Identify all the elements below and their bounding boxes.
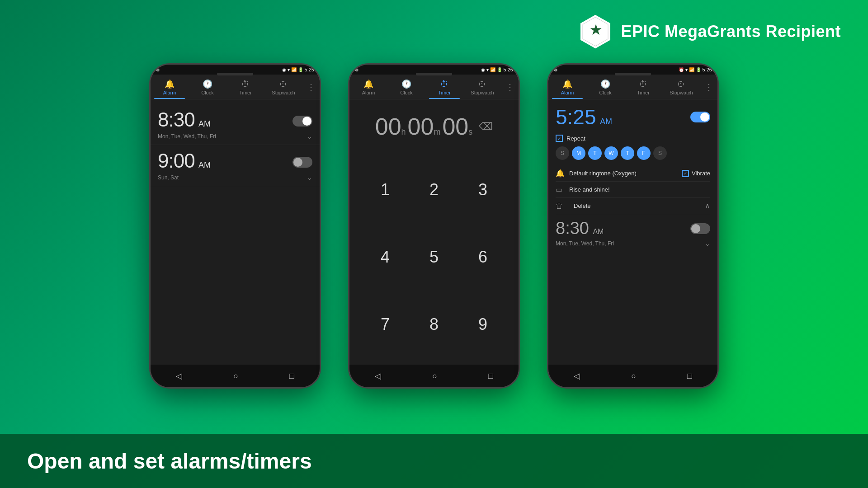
phone1-tab-stopwatch[interactable]: ⏲ Stopwatch	[264, 78, 302, 99]
phone1-back-btn[interactable]: ◁	[176, 371, 182, 381]
phone2-timer-seconds: 00 s	[442, 113, 474, 140]
phone3-content: 🔔 Alarm 🕐 Clock ⏱ Timer ⏲ Stopwatch ⋮	[548, 75, 717, 365]
phone3-nav-tabs: 🔔 Alarm 🕐 Clock ⏱ Timer ⏲ Stopwatch ⋮	[548, 75, 717, 99]
phone1-tab-alarm[interactable]: 🔔 Alarm	[151, 77, 189, 99]
phone3-day-M[interactable]: M	[572, 146, 585, 160]
phone2-tab-alarm[interactable]: 🔔 Alarm	[349, 77, 387, 99]
phone3-day-S2[interactable]: S	[653, 146, 667, 160]
phone3-nav-more[interactable]: ⋮	[700, 80, 717, 96]
phone3-alarm-label: Alarm	[561, 90, 574, 95]
phone3-second-alarm-display: 8:30 AM	[556, 219, 604, 238]
phone2-timer-label: Timer	[438, 90, 451, 95]
stopwatch-tab-label: Stopwatch	[272, 90, 295, 95]
phone3-bottom-nav: ◁ ○ □	[548, 365, 717, 387]
phone2-timer-hours: 00 h	[375, 113, 408, 140]
phone2-recents-btn[interactable]: □	[488, 371, 493, 381]
phone2-hours-suffix: h	[401, 127, 406, 137]
phone3-repeat-checkbox[interactable]: ✓	[556, 135, 563, 142]
phone2-backspace-btn[interactable]: ⌫	[479, 121, 493, 132]
phone1-alarm1-days-row: Mon, Tue, Wed, Thu, Fri ⌄	[158, 133, 312, 140]
numpad-3[interactable]: 3	[461, 158, 505, 221]
phone3-back-btn[interactable]: ◁	[574, 371, 580, 381]
phone3-day-T1[interactable]: T	[588, 146, 602, 160]
phone2-status-left: ⊗	[355, 67, 359, 72]
phone1-alarm1-chevron[interactable]: ⌄	[307, 133, 312, 140]
phone1-tab-timer[interactable]: ⏱ Timer	[226, 78, 264, 99]
phone3-vibrate-checkbox[interactable]: ✓	[682, 170, 689, 177]
phone1-tab-clock[interactable]: 🕐 Clock	[189, 77, 226, 99]
phone3-clock-icon: 🕐	[600, 79, 610, 89]
phone2-tab-stopwatch[interactable]: ⏲ Stopwatch	[463, 78, 501, 99]
phone3-collapse-icon[interactable]: ∧	[705, 202, 710, 210]
clock-tab-label: Clock	[201, 90, 214, 95]
phone1-status-left: ⊗	[156, 67, 160, 72]
phone1-alarm2-toggle[interactable]	[292, 157, 312, 168]
phone3-days-row: S M T W T F S	[556, 146, 710, 160]
phone1-alarm2-days-row: Sun, Sat ⌄	[158, 174, 312, 181]
phone3-timer-icon: ⏱	[639, 80, 647, 89]
numpad-1[interactable]: 1	[363, 158, 407, 221]
phone1-alarm1-time-row: 8:30 AM	[158, 108, 312, 131]
phone1-alarm2-chevron[interactable]: ⌄	[307, 174, 312, 181]
phone2-timer-display: 00 h 00 m 00 s ⌫	[349, 99, 519, 149]
phone1-home-btn[interactable]: ○	[233, 371, 238, 381]
bottom-bar: Open and set alarms/timers	[0, 434, 868, 488]
numpad-9[interactable]: 9	[461, 293, 505, 356]
phone3-day-W[interactable]: W	[604, 146, 618, 160]
phone2-seconds-digits: 00	[442, 113, 468, 140]
numpad-2[interactable]: 2	[412, 158, 456, 221]
phone1-alarm1-toggle[interactable]	[292, 116, 312, 127]
phone3-timer-label: Timer	[637, 90, 650, 95]
phone2-back-btn[interactable]: ◁	[375, 371, 381, 381]
numpad-7[interactable]: 7	[363, 293, 407, 356]
phone3-vibrate-row: ✓ Vibrate	[682, 170, 710, 177]
numpad-6[interactable]: 6	[461, 225, 505, 288]
phone1-nav-more[interactable]: ⋮	[302, 80, 320, 96]
phone2-home-btn[interactable]: ○	[432, 371, 437, 381]
phone1-alarm2-days: Sun, Sat	[158, 174, 179, 181]
phone1-speaker	[217, 73, 253, 75]
phone3-rise-shine-row: ▭ Rise and shine!	[556, 182, 710, 198]
phone2-hours-digits: 00	[375, 113, 401, 140]
phone1-alarm1-time: 8:30	[158, 108, 195, 131]
phone3-tab-stopwatch[interactable]: ⏲ Stopwatch	[662, 78, 700, 99]
bottom-title: Open and set alarms/timers	[27, 449, 312, 474]
timer-tab-label: Timer	[239, 90, 252, 95]
phone3-rise-text: Rise and shine!	[569, 186, 710, 193]
phone3-stopwatch-label: Stopwatch	[670, 90, 693, 95]
numpad-4[interactable]: 4	[363, 225, 407, 288]
phone2-content: 🔔 Alarm 🕐 Clock ⏱ Timer ⏲ Stopwatch ⋮	[349, 75, 519, 365]
phone3-day-S1[interactable]: S	[556, 146, 569, 160]
phone3-detail-time-row: 5:25 AM	[556, 105, 710, 129]
phone3-tab-clock[interactable]: 🕐 Clock	[586, 77, 624, 99]
phone3-ringtone-icon: 🔔	[556, 169, 565, 178]
phone2-nav-more[interactable]: ⋮	[501, 80, 519, 96]
phone1-alarm2-time: 9:00	[158, 150, 195, 172]
phone3-day-F[interactable]: F	[637, 146, 651, 160]
phone3-delete-text[interactable]: Delete	[574, 202, 591, 209]
phone1-alarm1-time-display: 8:30 AM	[158, 108, 211, 131]
alarm-tab-icon: 🔔	[165, 79, 175, 89]
phone3-recents-btn[interactable]: □	[687, 371, 692, 381]
phone3-second-alarm-toggle[interactable]	[690, 223, 710, 234]
phone2-minutes-suffix: m	[434, 127, 440, 137]
phone3-alarm-toggle[interactable]	[690, 112, 710, 122]
phone3-home-btn[interactable]: ○	[631, 371, 636, 381]
phone3-second-alarm-chevron[interactable]: ⌄	[705, 240, 710, 247]
phone3-status-left: ⊗	[554, 67, 557, 72]
phone3-delete-row: 🗑 Delete ∧	[556, 198, 710, 214]
phone2-status-right: ◉ ▾ 📶 🔋 5:26	[481, 67, 513, 72]
phone3-tab-timer[interactable]: ⏱ Timer	[624, 78, 662, 99]
numpad-5[interactable]: 5	[412, 225, 456, 288]
phone3-tab-alarm[interactable]: 🔔 Alarm	[548, 77, 586, 99]
epic-hexagon-icon: ★	[577, 14, 613, 50]
phone2-clock-icon: 🕐	[401, 79, 411, 89]
phone3-day-T2[interactable]: T	[621, 146, 634, 160]
epic-text: EPIC MegaGrants Recipient	[621, 22, 841, 41]
phone2-timer-minutes: 00 m	[408, 113, 443, 140]
phone1-recents-btn[interactable]: □	[289, 371, 294, 381]
phone3-clock-label: Clock	[599, 90, 612, 95]
phone2-tab-clock[interactable]: 🕐 Clock	[387, 77, 425, 99]
numpad-8[interactable]: 8	[412, 293, 456, 356]
phone2-tab-timer[interactable]: ⏱ Timer	[425, 78, 463, 99]
